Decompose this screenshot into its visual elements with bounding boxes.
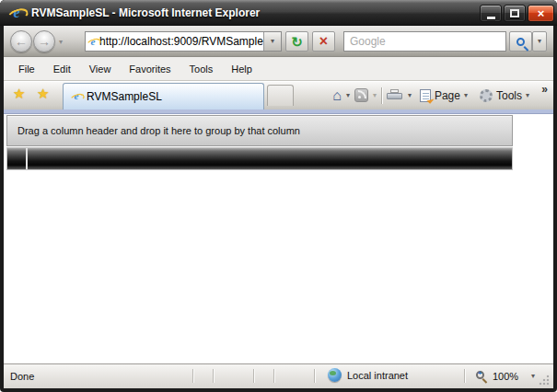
security-zone-pane[interactable]: Local intranet [328,368,408,382]
menu-file[interactable]: File [9,60,44,78]
menu-view[interactable]: View [80,60,121,78]
ie-logo-icon: e [8,5,25,21]
grid-group-panel[interactable]: Drag a column header and drop it here to… [6,115,513,146]
tools-menu-button[interactable]: Tools ▾ [476,86,533,105]
back-button[interactable]: ← [10,30,32,52]
toolbar-divider [381,87,382,104]
window-title: RVMSampleSL - Microsoft Internet Explore… [31,6,260,19]
window-controls: × [480,5,554,22]
statusbar-divider [314,369,315,383]
chevron-down-icon: ▾ [464,92,468,99]
statusbar-divider [464,369,465,383]
search-button[interactable] [509,31,532,52]
search-icon [516,38,525,46]
tab-label: RVMSampleSL [87,90,162,103]
status-bar: Done Local intranet 100% ▾ [4,363,553,388]
menu-edit[interactable]: Edit [44,60,80,78]
home-dropdown[interactable]: ▾ [346,92,350,99]
menu-favorites[interactable]: Favorites [120,60,180,78]
minimize-icon [487,17,495,19]
resize-grip[interactable] [538,374,550,386]
statusbar-divider [213,369,214,383]
menu-help[interactable]: Help [222,60,261,78]
command-toolbar: ⌂ ▾ ▾ ▾ Page ▾ Tools ▾ [332,84,533,107]
add-favorite-button[interactable]: ★ [37,86,49,100]
status-text: Done [10,371,34,382]
command-bar: ★ ★ e RVMSampleSL ⌂ ▾ ▾ ▾ Page ▾ Tools ▾ [4,81,553,110]
new-tab-button[interactable] [267,85,294,106]
address-dropdown-button[interactable]: ▾ [263,32,281,51]
minimize-button[interactable] [480,5,502,22]
tab-favicon-icon: e [71,91,83,103]
rss-dropdown: ▾ [373,92,377,99]
statusbar-divider [273,369,274,383]
page-icon [420,89,431,102]
printer-icon-body [387,93,402,99]
tools-menu-label: Tools [496,89,522,102]
search-options-button[interactable]: ▾ [532,31,547,52]
zoom-dropdown[interactable]: ▾ [531,373,535,380]
recent-pages-dropdown[interactable]: ▾ [59,39,63,46]
page-menu-label: Page [435,89,460,102]
chevron-down-icon: ▾ [526,92,529,99]
navigation-bar: ← → ▾ e ▾ ↻ × ▾ [4,26,553,57]
statusbar-divider [253,369,254,383]
group-panel-hint: Drag a column header and drop it here to… [7,125,300,136]
tab-rvmsamplesl[interactable]: e RVMSampleSL [63,83,264,110]
menu-bar: File Edit View Favorites Tools Help [4,57,553,81]
address-bar[interactable]: e ▾ [85,31,282,52]
refresh-icon: ↻ [291,35,303,49]
chevron-down-icon: ▾ [271,38,274,45]
search-box[interactable] [343,31,506,52]
print-dropdown[interactable]: ▾ [408,92,412,99]
maximize-button[interactable] [504,5,526,22]
security-zone-label: Local intranet [347,370,408,381]
page-content: Drag a column header and drop it here to… [4,114,553,363]
title-bar[interactable]: e RVMSampleSL - Microsoft Internet Explo… [0,0,557,26]
rss-feeds-icon[interactable] [354,88,368,102]
url-input[interactable] [99,33,263,50]
close-button[interactable]: × [528,5,554,22]
print-button[interactable] [387,89,403,101]
stop-icon: × [319,34,328,49]
maximize-icon [510,9,519,17]
zoom-magnifier-icon[interactable] [476,371,484,379]
grid-row-indicator-cell [7,148,28,169]
browser-window: e RVMSampleSL - Microsoft Internet Explo… [0,0,557,392]
zoom-level[interactable]: 100% [493,371,518,382]
refresh-button[interactable]: ↻ [285,31,308,52]
globe-icon [328,368,342,382]
chevron-down-icon: ▾ [538,38,541,45]
toolbar-overflow-button[interactable]: » [541,83,548,96]
forward-button[interactable]: → [33,30,55,52]
gear-icon [480,89,493,102]
home-button[interactable]: ⌂ [332,88,342,103]
statusbar-divider [192,369,193,383]
stop-button[interactable]: × [312,31,335,52]
favorites-center-button[interactable]: ★ [13,86,25,100]
page-favicon-icon: e [87,36,99,48]
grid-header-row[interactable] [6,147,513,170]
search-input[interactable] [344,33,505,50]
menu-tools[interactable]: Tools [180,60,223,78]
page-menu-button[interactable]: Page ▾ [416,86,471,105]
